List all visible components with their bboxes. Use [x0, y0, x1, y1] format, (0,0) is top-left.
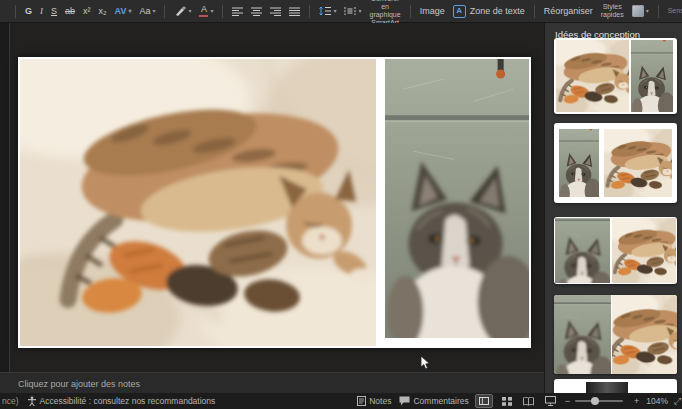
comments-toggle[interactable]: Commentaires — [399, 396, 468, 406]
slideshow-monitor-icon — [545, 396, 556, 406]
change-case-button[interactable]: Aa ▾ — [136, 6, 158, 17]
shape-fill-icon — [632, 5, 644, 17]
font-color-letter: A — [201, 5, 207, 14]
normal-view-icon — [479, 397, 489, 405]
thumbnail-photo-kitten — [555, 218, 610, 283]
font-color-button[interactable]: A ▾ — [196, 4, 216, 18]
pen-icon — [174, 5, 186, 17]
ribbon-divider — [309, 5, 310, 18]
thumbnail-photo-partial — [586, 382, 628, 393]
ribbon-divider — [410, 5, 411, 18]
align-center-button[interactable] — [248, 6, 265, 17]
notes-toggle-label: Notes — [369, 396, 391, 406]
insert-image-button[interactable]: Image — [417, 6, 448, 17]
chevron-down-icon: ▾ — [188, 8, 191, 14]
status-bar: nce) Accessibilité : consultez nos recom… — [0, 393, 682, 409]
design-ideas-panel: Idées de conception — [544, 23, 682, 393]
design-idea-thumbnail-3[interactable] — [554, 217, 677, 284]
textbox-label: Zone de texte — [470, 7, 525, 16]
ribbon-divider — [222, 5, 223, 18]
design-idea-thumbnail-5-partial[interactable] — [554, 379, 677, 393]
quick-styles-button[interactable]: Styles rapides — [598, 2, 627, 20]
character-spacing-button[interactable]: AV ▾ — [112, 6, 135, 17]
thumbnail-photo-kitten — [559, 129, 599, 197]
ribbon-divider — [658, 5, 659, 18]
notes-placeholder[interactable]: Cliquez pour ajouter des notes — [18, 379, 140, 389]
zoom-slider[interactable] — [575, 400, 623, 402]
normal-view-button[interactable] — [475, 394, 493, 408]
justify-button[interactable] — [286, 6, 303, 17]
ribbon-toolbar: G I S ab x² x₂ AV ▾ Aa ▾ ▾ A ▾ — [0, 0, 682, 23]
slide-workspace[interactable] — [0, 23, 545, 372]
ribbon-divider — [164, 5, 165, 18]
photo-grey-kitten[interactable] — [385, 59, 529, 338]
font-color-bar — [199, 15, 208, 17]
change-case-label: Aa — [139, 7, 150, 16]
align-left-button[interactable] — [229, 6, 246, 17]
zoom-in-button[interactable]: + — [634, 396, 639, 406]
fit-slide-icon-partial[interactable]: ⤢ — [674, 396, 682, 407]
arrange-button[interactable]: Réorganiser — [541, 6, 596, 17]
line-spacing-button[interactable]: ▾ — [316, 5, 339, 17]
chevron-down-icon: ▾ — [358, 8, 361, 14]
slide-sorter-view-button[interactable] — [499, 395, 515, 407]
language-indicator-partial[interactable]: nce) — [2, 396, 19, 406]
thumbnail-photo-mother — [612, 295, 677, 374]
align-center-icon — [251, 7, 262, 16]
open-book-icon — [523, 397, 534, 406]
thumbnail-photo-mother — [556, 40, 629, 112]
thumbnail-photo-mother — [604, 129, 672, 197]
textbox-icon: A — [453, 5, 466, 18]
text-direction-button[interactable]: ▾ — [341, 5, 364, 17]
highlight-pen-button[interactable]: ▾ — [171, 4, 194, 18]
chevron-down-icon: ▾ — [128, 8, 131, 14]
reading-view-button[interactable] — [521, 395, 537, 407]
thumbnail-photo-mother — [612, 218, 676, 283]
strikethrough-button[interactable]: ab — [62, 6, 78, 17]
notes-panel[interactable]: Cliquez pour ajouter des notes — [0, 372, 545, 394]
grid-view-icon — [502, 397, 512, 406]
design-idea-thumbnail-2[interactable] — [554, 123, 677, 203]
insert-textbox-button[interactable]: A Zone de texte — [450, 4, 528, 19]
zoom-slider-thumb[interactable] — [591, 397, 599, 405]
superscript-button[interactable]: x² — [80, 6, 94, 17]
thumbnail-pane-edge[interactable] — [0, 23, 10, 372]
line-spacing-icon — [319, 6, 331, 16]
chevron-down-icon: ▾ — [333, 8, 336, 14]
thumbnail-photo-kitten — [631, 40, 673, 112]
align-left-icon — [232, 7, 243, 16]
zoom-level[interactable]: 104% — [646, 396, 668, 406]
slide-canvas[interactable] — [18, 57, 531, 348]
chevron-down-icon: ▾ — [646, 8, 649, 14]
comments-toggle-label: Commentaires — [413, 396, 468, 406]
design-idea-thumbnail-4[interactable] — [554, 295, 677, 374]
justify-icon — [289, 7, 300, 16]
accessibility-person-icon — [27, 396, 37, 406]
speech-bubble-icon — [399, 396, 410, 406]
align-right-icon — [270, 7, 281, 16]
thumbnail-photo-kitten — [554, 295, 611, 374]
align-right-button[interactable] — [267, 6, 284, 17]
design-idea-thumbnail-1[interactable] — [554, 38, 677, 114]
photo-mother-cat-nursing-kittens[interactable] — [20, 59, 376, 346]
sensitivity-button[interactable]: Sensibilité — [665, 6, 682, 16]
slideshow-button[interactable] — [543, 395, 559, 407]
ribbon-divider — [534, 5, 535, 18]
notes-toggle[interactable]: Notes — [357, 396, 391, 406]
underline-button[interactable]: S — [48, 6, 60, 17]
ribbon-divider — [15, 5, 16, 18]
accessibility-checker[interactable]: Accessibilité : consultez nos recommanda… — [27, 396, 216, 406]
character-spacing-label: AV — [115, 7, 127, 16]
subscript-button[interactable]: x₂ — [96, 6, 110, 17]
chevron-down-icon: ▾ — [152, 8, 155, 14]
photo-gap — [376, 59, 385, 346]
italic-button[interactable]: I — [37, 6, 46, 17]
accessibility-text: Accessibilité : consultez nos recommanda… — [40, 396, 216, 406]
bold-button[interactable]: G — [22, 6, 35, 17]
mouse-cursor — [420, 356, 432, 370]
chevron-down-icon: ▾ — [210, 8, 213, 14]
notes-page-icon — [357, 396, 366, 406]
zoom-out-button[interactable]: − — [565, 396, 570, 406]
shape-fill-button[interactable]: ▾ — [629, 4, 652, 18]
font-color-icon: A — [199, 5, 208, 17]
